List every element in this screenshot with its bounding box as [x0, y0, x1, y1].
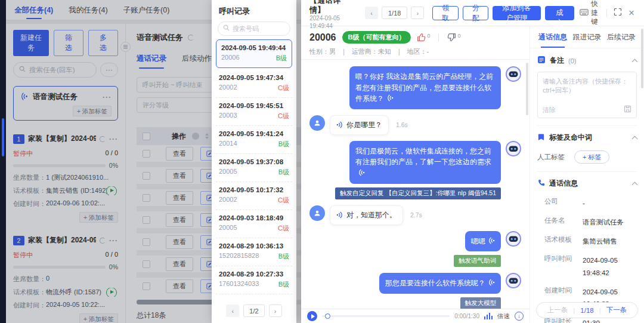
record-page-indicator: 1/18: [382, 7, 407, 19]
record-time: 2024-09-05 19:37:08: [219, 158, 289, 165]
user-message-bubble[interactable]: 你是哪里？: [330, 115, 389, 135]
call-record-item[interactable]: 2024-08-29 10:36:1315202815828B级: [216, 238, 292, 266]
note-icon: [537, 56, 546, 66]
audio-progress-slider[interactable]: [322, 315, 450, 317]
info-field: 呼叫时间2024-09-0519:48:42: [544, 254, 630, 278]
record-grade: B级: [278, 168, 289, 177]
chat-column: 喂？你好 我这边是集简云的产品经理，之前看您有注册我们的产品，您是要连接什么软件…: [301, 60, 530, 323]
info-field: 话术模板集简云销售: [544, 235, 630, 247]
record-grade: C级: [278, 224, 289, 233]
call-record-item[interactable]: 2024-09-05 19:49:4420006B级: [216, 39, 292, 68]
shortcut-button[interactable]: 快捷键: [580, 0, 600, 26]
record-time: 2024-09-05 19:49:44: [221, 44, 287, 51]
rail-scroll-indicator[interactable]: [2, 118, 4, 156]
playback-speed-button[interactable]: 倍速: [497, 312, 510, 321]
divider: [438, 33, 439, 42]
bot-message-bubble[interactable]: 喂？你好 我这边是集简云的产品经理，之前看您有注册我们的产品，您是要连接什么软件…: [349, 66, 501, 109]
user-message-bubble[interactable]: 对，知道那个。: [330, 205, 403, 225]
prev-item-button[interactable]: 上一条: [547, 306, 568, 315]
record-number: 15202815828: [219, 252, 259, 261]
close-icon[interactable]: ×: [628, 8, 634, 18]
next-item-button[interactable]: 下一条: [606, 306, 627, 315]
detail-tab[interactable]: 后续记录: [607, 32, 636, 48]
audio-time: 0:00/1:30: [454, 313, 479, 319]
record-grade: C级: [278, 84, 289, 93]
chevron-up-icon[interactable]: [632, 59, 638, 64]
record-grade: B级: [276, 54, 287, 63]
bot-message-bubble[interactable]: 那您是要连接什么软件系统呢？: [379, 273, 501, 294]
grade-pill: B级（可能有意向）: [342, 31, 411, 44]
number-search[interactable]: [218, 21, 290, 36]
chevron-up-icon[interactable]: [632, 136, 638, 141]
prev-record-button[interactable]: ‹: [365, 7, 378, 19]
record-time: 2024-08-29 10:27:33: [219, 270, 289, 278]
drawer-title: 呼叫记录: [212, 0, 296, 21]
note-textarea[interactable]: [538, 72, 636, 101]
dialog-title: 【通话详情】: [309, 0, 345, 15]
record-time: 2024-09-05 19:45:51: [219, 102, 289, 109]
bot-avatar: [506, 273, 521, 288]
drawer-pagination: ‹ 1/2 ›: [212, 300, 296, 323]
record-grade: B级: [278, 140, 289, 149]
prev-page-button[interactable]: ‹: [226, 304, 239, 317]
sidebar-scrollbar[interactable]: [641, 29, 643, 88]
call-record-item[interactable]: 2024-09-05 19:45:5120003C级: [216, 97, 292, 125]
like-button[interactable]: 0: [417, 33, 430, 42]
play-button[interactable]: [307, 311, 317, 321]
clear-note-button[interactable]: 清除: [543, 106, 556, 115]
call-record-item[interactable]: 2024-08-29 10:27:3317601324033B级: [216, 266, 292, 294]
detail-tab[interactable]: 跟进记录: [573, 32, 602, 48]
claim-button[interactable]: 领取: [432, 6, 459, 20]
detail-tab[interactable]: 通话信息: [538, 32, 567, 48]
add-to-crm-button[interactable]: 添加到客户管理: [493, 6, 540, 20]
dislike-button[interactable]: 0: [447, 33, 460, 42]
chevron-up-icon[interactable]: [632, 182, 638, 187]
number-search-input[interactable]: [233, 25, 285, 32]
chat-scrollbar[interactable]: [526, 63, 528, 115]
equalizer-icon[interactable]: [484, 313, 493, 319]
call-record-item[interactable]: 2024-09-03 18:18:4920005C级: [216, 210, 292, 238]
trigger-tag-row: 触发大模型: [309, 297, 521, 309]
add-tag-button[interactable]: + 标签: [574, 150, 609, 164]
call-record-item[interactable]: 2024-09-05 19:41:2420014B级: [216, 125, 292, 153]
record-grade: B级: [278, 252, 289, 261]
call-record-item[interactable]: 2024-09-05 19:37:0820005B级: [216, 153, 292, 182]
expand-icon[interactable]: [614, 8, 622, 18]
record-time: 2024-09-03 18:18:49: [219, 214, 289, 222]
user-message-row: 你是哪里？1.6s: [309, 115, 521, 135]
assign-button[interactable]: 分配: [463, 6, 489, 20]
app-root: 全部任务(4)我的任务(4)子账户任务(0) 新建任务 筛选 多选 ···: [0, 0, 644, 323]
field-label: 呼叫时间: [544, 254, 583, 278]
detail-sidebar: 通话信息跟进记录后续记录 备注 (0) 清除: [530, 26, 644, 323]
bot-message-bubble[interactable]: 我们是极简云，做软件集成连接的，您之前有注册我们的产品，了解一下您这边的需求: [349, 141, 501, 184]
page-indicator: 1/2: [243, 304, 264, 317]
utterance-duration: 2.7s: [410, 211, 422, 219]
record-number: 17601324033: [219, 280, 259, 289]
deal-status-button[interactable]: 未成交: [545, 6, 574, 20]
field-value: -: [583, 197, 585, 209]
record-number: 20002: [219, 196, 237, 205]
download-icon[interactable]: ↓: [515, 312, 524, 321]
audio-playing-icon: [336, 121, 343, 128]
call-record-item[interactable]: 2024-09-05 19:47:3420002C级: [216, 70, 292, 97]
audio-player: 0:00/1:30 倍速 ↓: [301, 309, 530, 323]
slider-knob[interactable]: [325, 313, 330, 319]
phone-number: 20006: [309, 32, 336, 43]
bot-message-bubble[interactable]: 嗯嗯: [465, 231, 501, 252]
call-record-item[interactable]: 2024-08-29 10:18:0415800496960B级: [216, 294, 292, 300]
call-record-item[interactable]: 2024-09-05 10:17:3220002C级: [216, 182, 292, 210]
note-editor[interactable]: 清除: [537, 72, 637, 118]
bot-message-row: 那您是要连接什么软件系统呢？: [309, 273, 521, 294]
record-grade: C级: [278, 196, 289, 205]
bot-avatar: [506, 66, 521, 82]
note-count: (0): [568, 57, 576, 64]
phone-icon: [537, 179, 545, 189]
shortcut-label: 快捷键: [591, 0, 600, 26]
next-page-button[interactable]: ›: [269, 304, 282, 317]
note-section-title: 备注: [550, 56, 564, 66]
record-number: 20003: [219, 112, 237, 121]
field-label: 任务名: [544, 216, 583, 228]
next-record-button[interactable]: ›: [411, 7, 424, 19]
detail-tabs: 通话信息跟进记录后续记录: [530, 26, 644, 48]
save-icon[interactable]: [624, 105, 631, 115]
